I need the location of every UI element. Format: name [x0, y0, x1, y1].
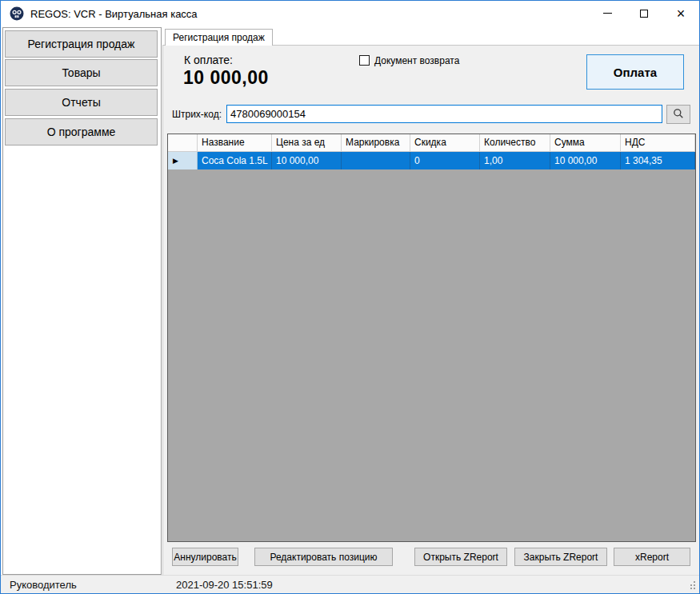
column-header-indicator: [168, 134, 198, 151]
status-datetime: 2021-09-20 15:51:59: [176, 579, 273, 591]
sidebar-item-sales-registration[interactable]: Регистрация продаж: [5, 30, 158, 58]
open-zreport-button[interactable]: Открыть ZReport: [414, 548, 507, 566]
caption-buttons: ×: [589, 1, 699, 26]
annul-button[interactable]: Аннулировать: [172, 548, 238, 566]
close-icon: ×: [677, 6, 686, 21]
to-pay-amount: 10 000,00: [183, 67, 269, 89]
items-grid: Название Цена за ед Маркировка Скидка Ко…: [167, 134, 696, 542]
cell-marking: [342, 152, 410, 169]
column-header-sum[interactable]: Сумма: [550, 134, 621, 151]
sidebar-item-products[interactable]: Товары: [5, 59, 158, 86]
search-button[interactable]: [666, 105, 690, 124]
sales-tab-page: К оплате: 10 000,00 Документ возврата Оп…: [162, 45, 700, 575]
sidebar: Регистрация продаж Товары Отчеты О прогр…: [2, 27, 162, 575]
pay-button[interactable]: Оплата: [586, 54, 684, 90]
cell-vat: 1 304,35: [621, 152, 695, 169]
maximize-button[interactable]: [626, 1, 662, 26]
row-marker-icon: ▶: [173, 157, 178, 165]
close-zreport-button[interactable]: Закрыть ZReport: [514, 548, 607, 566]
maximize-icon: [640, 10, 648, 18]
barcode-input[interactable]: [226, 105, 662, 123]
window-title: REGOS: VCR - Виртуальная касса: [30, 8, 198, 20]
table-row[interactable]: ▶ Coca Cola 1.5L 10 000,00 0 1,00 10 000…: [168, 152, 695, 169]
minimize-icon: [603, 13, 612, 14]
column-header-quantity[interactable]: Количество: [480, 134, 550, 151]
column-header-unit-price[interactable]: Цена за ед: [272, 134, 342, 151]
titlebar: REGOS: VCR - Виртуальная касса ×: [1, 1, 699, 26]
app-window: REGOS: VCR - Виртуальная касса × Регистр…: [0, 0, 700, 594]
statusbar: Руководитель 2021-09-20 15:51:59: [1, 575, 699, 593]
grid-header-row: Название Цена за ед Маркировка Скидка Ко…: [168, 134, 695, 152]
return-document-label: Документ возврата: [374, 55, 459, 66]
sidebar-item-about[interactable]: О программе: [5, 118, 158, 146]
cell-unit-price: 10 000,00: [272, 152, 342, 169]
return-document-checkbox[interactable]: [359, 55, 370, 66]
to-pay-label: К оплате:: [184, 54, 233, 66]
barcode-label: Штрих-код:: [172, 109, 222, 120]
column-header-discount[interactable]: Скидка: [410, 134, 480, 151]
sidebar-item-reports[interactable]: Отчеты: [5, 89, 158, 116]
close-button[interactable]: ×: [662, 1, 699, 26]
column-header-marking[interactable]: Маркировка: [342, 134, 410, 151]
tab-sales-registration[interactable]: Регистрация продаж: [165, 29, 273, 46]
app-icon: [10, 6, 24, 21]
minimize-button[interactable]: [589, 1, 626, 26]
column-header-vat[interactable]: НДС: [621, 134, 695, 151]
edit-position-button[interactable]: Редактировать позицию: [254, 548, 393, 566]
cell-sum: 10 000,00: [550, 152, 621, 169]
column-header-name[interactable]: Название: [198, 134, 272, 151]
row-indicator: ▶: [168, 152, 198, 169]
status-user: Руководитель: [10, 579, 77, 591]
resize-grip[interactable]: [687, 581, 696, 590]
cell-quantity: 1,00: [480, 152, 550, 169]
xreport-button[interactable]: xReport: [614, 548, 690, 566]
cell-name: Coca Cola 1.5L: [198, 152, 272, 169]
search-icon: [673, 108, 684, 122]
cell-discount: 0: [410, 152, 480, 169]
